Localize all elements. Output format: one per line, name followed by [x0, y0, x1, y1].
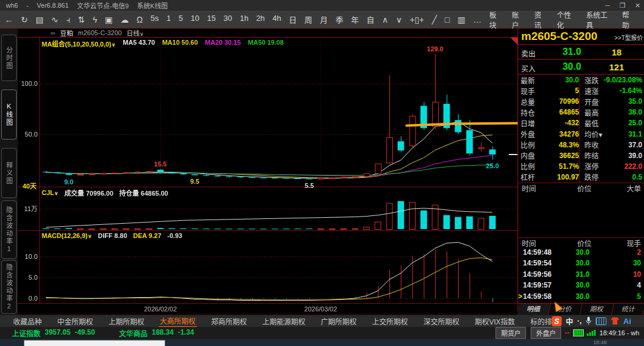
t-quote-link[interactable]: >>T型报价 [614, 33, 643, 42]
tick-qty: 4 [637, 281, 641, 289]
sogou-logo-icon[interactable]: S [552, 316, 562, 326]
tick-row[interactable]: 14:59:5631.010 [518, 270, 644, 281]
futures-account-button[interactable]: 期货户 [496, 327, 526, 339]
period-button-日[interactable]: 日 [289, 14, 297, 25]
quote-label: 最高 [579, 107, 603, 118]
detail-tab-期权[interactable]: 期权 [580, 304, 614, 315]
maximize-button[interactable]: ❐ [620, 2, 626, 10]
period-button-4h[interactable]: 4h [273, 14, 281, 25]
sidebar-tab-隐含波动率1[interactable]: 隐含波动率1 [1, 200, 17, 259]
more-icon[interactable]: … [473, 16, 481, 24]
sidebar-tab-释义图[interactable]: 释义图 [1, 148, 17, 198]
time-share-icon[interactable]: ∿ [51, 16, 58, 24]
tick-row[interactable]: >14:59:5830.05 [518, 292, 644, 303]
exchange-tab-大商所期权[interactable]: 大商所期权 [159, 315, 197, 328]
close-button[interactable]: ✕ [635, 2, 640, 10]
ime-lang-icon[interactable]: 中 [566, 316, 573, 326]
exchange-tab-期权VIX指数[interactable]: 期权VIX指数 [473, 316, 516, 327]
cloud-download-icon[interactable]: ☁ [120, 16, 129, 24]
period-button-自[interactable]: 自 [367, 14, 374, 25]
quote-label: 现手 [518, 86, 541, 96]
period-button-季[interactable]: 季 [336, 14, 343, 25]
ask-row[interactable]: 卖出 31.0 18 [518, 45, 644, 60]
menu-板块[interactable]: 板块 [489, 10, 503, 30]
period-button-15[interactable]: 15 [207, 14, 215, 25]
quote-grid-row: 比例48.3%昨收37.0 [518, 140, 644, 150]
keyboard-icon[interactable] [596, 317, 606, 325]
quote-label: 跌停 [579, 172, 603, 183]
tick-time: 14:59:54 [523, 259, 552, 267]
detail-tab-统计[interactable]: 统计 [612, 304, 644, 315]
tick-row[interactable]: 14:59:4830.02 [518, 248, 644, 259]
macd-indicator-selector[interactable]: MACD(12,26,9)∨ [42, 232, 92, 239]
quote-board-icon[interactable]: ▤ [36, 16, 44, 24]
ai-assistant-icon[interactable]: Ai [623, 317, 631, 326]
menu-帮助[interactable]: 帮助 [622, 10, 636, 30]
exchange-tab-上交所期权[interactable]: 上交所期权 [371, 316, 409, 327]
exchange-tab-郑商所期权[interactable]: 郑商所期权 [210, 316, 248, 327]
tick-row[interactable]: 14:59:5730.04 [518, 281, 644, 292]
expand-down-icon[interactable]: ∨ [396, 16, 402, 24]
rect-icon[interactable]: □ [445, 16, 450, 24]
insert-kline-icon[interactable]: +▯+ [410, 16, 424, 24]
foreign-account-button[interactable]: 外盘户 [531, 327, 561, 339]
compress-up-icon[interactable]: ∧ [382, 16, 388, 24]
detail-tab-明细[interactable]: 明细 [517, 304, 551, 315]
bid-row[interactable]: 买入 30.0 121 [518, 60, 644, 75]
period-button-10[interactable]: 10 [191, 14, 199, 25]
back-icon[interactable]: ← [5, 16, 13, 24]
ma-combo-selector[interactable]: MA组合(5,10,20,50,0,0)∨ [42, 39, 116, 48]
ma-value-MA50: MA50 19.08 [248, 39, 284, 48]
exchange-tab-中金所期权[interactable]: 中金所期权 [56, 316, 94, 327]
quote-grid-row: 内盘36625昨结39.0 [518, 150, 644, 161]
menu-账户[interactable]: 账户 [512, 10, 525, 30]
period-button-5[interactable]: 5 [179, 14, 183, 25]
period-selector[interactable]: 日线∨ [126, 28, 144, 38]
minimize-button[interactable]: ─ [605, 2, 610, 9]
view-name: 系统K线图 [137, 1, 168, 10]
app-window: wh6 - Ver6.8.861 文华云节点-电信9 系统K线图 ─ ❐ ✕ ←… [0, 0, 644, 346]
sidebar-tab-K线图[interactable]: K线图 [1, 89, 17, 140]
period-button-5s[interactable]: 5s [151, 14, 159, 25]
chart-window-icon[interactable]: ▣ [105, 16, 113, 24]
period-button-月[interactable]: 月 [320, 14, 328, 25]
draw-line-icon[interactable]: ╱ [432, 16, 436, 24]
position-line-icon[interactable]: ⇅ [78, 16, 85, 24]
kline-canvas[interactable] [18, 38, 518, 314]
microphone-icon[interactable] [586, 317, 592, 325]
exchange-tab-上期能源期权[interactable]: 上期能源期权 [261, 316, 306, 327]
alert-bell-icon[interactable]: Ω [137, 16, 143, 24]
refresh-icon[interactable]: ↻ [21, 16, 28, 24]
exchange-tab-深交所期权[interactable]: 深交所期权 [422, 316, 460, 327]
sidebar-tab-分时图[interactable]: 分时图 [1, 35, 17, 81]
menu-个性化[interactable]: 个性化 [557, 10, 577, 30]
sidebar-tab-隐含波动率2[interactable]: 隐含波动率2 [1, 260, 17, 314]
cjl-indicator-selector[interactable]: CJL∨ [42, 189, 58, 196]
kline-icon[interactable]: ⫞ [66, 16, 70, 24]
quote-value: -1.64% [603, 86, 644, 95]
link-icon[interactable]: ∞ [51, 29, 55, 36]
quote-grid-row: 日增-432最低25.0 [518, 118, 644, 128]
period-button-周[interactable]: 周 [305, 14, 312, 25]
status-clock: 18:49:16 - wh [599, 329, 639, 336]
quote-value: 31.1 [603, 130, 644, 138]
tick-row[interactable]: 14:59:5430.030 [518, 259, 644, 270]
period-button-年[interactable]: 年 [351, 14, 359, 25]
period-button-1h[interactable]: 1h [240, 14, 248, 25]
period-button-2h[interactable]: 2h [256, 14, 265, 25]
menu-系统工具[interactable]: 系统工具 [586, 10, 613, 30]
exchange-tab-收藏品种[interactable]: 收藏品种 [12, 316, 43, 327]
exchange-tab-广期所期权[interactable]: 广期所期权 [320, 316, 358, 327]
quote-label: 杠杆 [518, 172, 541, 182]
title-dash: - [26, 2, 29, 9]
quote-value: 37.0 [603, 141, 644, 149]
multi-cycle-icon[interactable]: ϟ [92, 16, 97, 24]
quote-grid-row: 总量70996开盘35.0 [518, 96, 644, 107]
exchange-tab-上期所期权[interactable]: 上期所期权 [107, 316, 145, 327]
ime-punct-icon[interactable]: ·, [577, 317, 581, 325]
skin-shirt-icon[interactable] [611, 317, 619, 325]
menu-资讯[interactable]: 资讯 [534, 10, 548, 30]
period-button-30[interactable]: 30 [224, 14, 232, 25]
period-button-1[interactable]: 1 [166, 14, 171, 25]
draw-board-icon[interactable]: ▥ [457, 16, 465, 24]
